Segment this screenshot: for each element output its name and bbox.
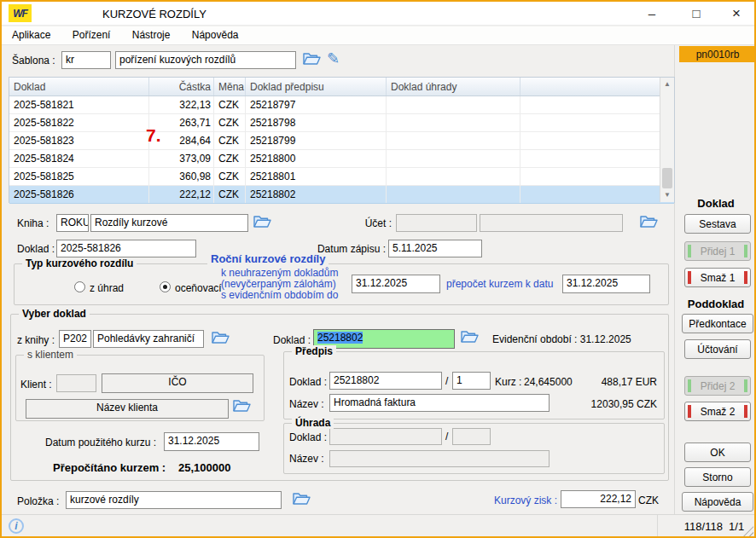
col-castka[interactable]: Částka [149, 78, 214, 95]
ico-button[interactable]: IČO [102, 373, 253, 393]
scrollbar-thumb[interactable] [662, 168, 672, 188]
predkontace-button[interactable]: Předkontace [682, 314, 753, 333]
datum-kurzu-field[interactable]: 31.12.2025 [164, 432, 259, 451]
rocni-line2: (nevyčerpaným zálohám) [221, 278, 336, 290]
pridej1-button[interactable]: Přidej 1 [684, 241, 751, 261]
pridej2-button[interactable]: Přidej 2 [684, 376, 751, 396]
template-code-field[interactable]: kr [61, 51, 111, 69]
prepocitano-value: 25,100000 [178, 461, 230, 474]
table-row[interactable]: 2025-581821322,13CZK25218797 [9, 96, 674, 114]
kniha-label: Kniha : [17, 217, 49, 229]
predpis-slash: / [445, 375, 448, 387]
menu-napoveda[interactable]: Nápověda [183, 26, 247, 43]
minimize-icon[interactable]: – [637, 3, 667, 23]
table-scrollbar[interactable]: ▲ ▼ [660, 78, 674, 202]
open-folder-icon[interactable] [253, 215, 271, 229]
open-folder-icon[interactable] [212, 331, 230, 344]
predpis-doklad-field[interactable]: 25218802 [329, 372, 442, 390]
rocni-date2-field[interactable]: 31.12.2025 [562, 275, 650, 293]
record-count: 118/118 1/1 [674, 520, 754, 533]
vyber-doklad-label: Doklad : [273, 334, 311, 346]
template-name-field[interactable]: pořízení kuzových rozdílů [115, 51, 296, 69]
polozka-label: Položka : [17, 495, 59, 507]
kniha-code-field[interactable]: ROKU [56, 214, 89, 232]
kniha-name-field[interactable]: Rozdíly kurzové [90, 214, 248, 232]
sestava-button[interactable]: Sestava [684, 214, 751, 234]
scroll-up-icon[interactable]: ▲ [660, 78, 674, 91]
doklad-label: Doklad : [17, 243, 55, 255]
klient-group-label: s klientem [24, 349, 77, 361]
kurzovy-zisk-mena: CZK [638, 495, 659, 506]
table-row-selected[interactable]: 2025-581826222,12CZK25218802 [9, 186, 674, 204]
edit-pencil-icon[interactable]: ✎ [327, 51, 340, 67]
napoveda-button[interactable]: Nápověda [682, 492, 753, 512]
predpis-czk-value: 12030,95 CZK [580, 398, 657, 410]
col-mena[interactable]: Měna [214, 78, 246, 95]
datum-zapisu-field[interactable]: 5.11.2025 [388, 240, 482, 257]
uhrada-poradi-field[interactable] [452, 428, 491, 445]
scroll-down-icon[interactable]: ▼ [660, 188, 674, 202]
doklad-field[interactable]: 2025-581826 [56, 240, 196, 257]
close-icon[interactable]: × [721, 3, 752, 23]
z-knihy-code-field[interactable]: P202 [59, 330, 91, 348]
menu-nastroje[interactable]: Nástroje [124, 26, 179, 43]
datum-kurzu-label: Datum použitého kurzu : [45, 437, 156, 448]
z-knihy-label: z knihy : [17, 334, 55, 346]
ucet-name-field[interactable] [480, 214, 623, 232]
table-row[interactable]: 2025-581825360,98CZK25218801 [9, 168, 674, 186]
window-title: KURZOVÉ ROZDÍLY [102, 8, 206, 20]
polozka-field[interactable]: kurzové rozdíly [66, 491, 282, 509]
predpis-eur-value: 488,17 EUR [589, 376, 657, 388]
predpis-group-label: Předpis [292, 345, 336, 357]
open-folder-icon[interactable] [233, 399, 251, 413]
kurzovy-zisk-field: 222,12 [561, 490, 636, 508]
form-id-badge: pn0010rb [679, 46, 756, 62]
col-doklad[interactable]: Doklad [9, 78, 149, 95]
uhrada-doklad-field[interactable] [329, 428, 442, 445]
rocni-title: Roční kurzové rozdíly [207, 252, 329, 265]
menu-aplikace[interactable]: Aplikace [3, 26, 59, 43]
radio-ocenovaci-label: oceňovací [175, 282, 222, 294]
ucet-code-field[interactable] [396, 214, 477, 232]
open-folder-icon[interactable] [640, 215, 658, 229]
predpis-nazev-field[interactable]: Hromadná faktura [329, 394, 550, 412]
uhrada-nazev-field[interactable] [329, 450, 550, 467]
smaz2-button[interactable]: Smaž 2 [684, 402, 751, 421]
storno-button[interactable]: Storno [684, 467, 751, 487]
nazev-klienta-button[interactable]: Název klienta [26, 399, 229, 419]
app-window: WF KURZOVÉ ROZDÍLY – □ × Aplikace Poříze… [0, 0, 756, 538]
rocni-line1: k neuhrazeným dokladům [221, 267, 338, 279]
vyber-doklad-group-label: Vyber doklad [19, 308, 90, 320]
uhrada-slash: / [445, 431, 448, 443]
radio-ocenovaci[interactable] [160, 281, 171, 292]
prepocitano-label: Přepočítáno kurzem : [53, 461, 166, 474]
template-label: Šablona : [12, 55, 55, 67]
z-knihy-name-field[interactable]: Pohledávky zahraničí [93, 330, 204, 348]
info-icon[interactable]: i [9, 518, 24, 534]
rocni-date1-field[interactable]: 31.12.2025 [352, 275, 440, 293]
rocni-line3: s evidenčním obdobím do [221, 289, 338, 301]
predpis-poradi-field[interactable]: 1 [452, 372, 491, 390]
table-row[interactable]: 2025-581823284,64CZK25218799 [9, 132, 674, 150]
table-row[interactable]: 2025-581824373,09CZK25218800 [9, 150, 674, 168]
open-folder-icon[interactable] [303, 52, 321, 66]
typ-group-label: Typ kurzového rozdílu [22, 257, 137, 269]
col-predpis[interactable]: Doklad předpisu [246, 78, 387, 95]
smaz1-button[interactable]: Smaž 1 [684, 268, 751, 287]
klient-code-field[interactable] [56, 374, 96, 392]
menu-porizeni[interactable]: Pořízení [64, 26, 119, 43]
step-annotation: 7. [146, 125, 161, 146]
maximize-icon[interactable]: □ [681, 3, 712, 23]
open-folder-icon[interactable] [293, 492, 311, 506]
documents-table: Doklad Částka Měna Doklad předpisu Dokla… [9, 77, 675, 203]
ok-button[interactable]: OK [684, 443, 751, 462]
open-folder-icon[interactable] [461, 330, 479, 344]
radio-z-uhrad[interactable] [74, 281, 85, 292]
radio-z-uhrad-label: z úhrad [90, 282, 124, 294]
sidebar-doklad-heading: Doklad [676, 197, 756, 210]
uctovani-button[interactable]: Účtování [684, 339, 751, 359]
table-row[interactable]: 2025-581822263,71CZK25218798 [9, 114, 674, 132]
selected-text: 25218802 [317, 332, 363, 344]
col-uhrady[interactable]: Doklad úhrady [387, 78, 520, 95]
title-bar: WF KURZOVÉ ROZDÍLY – □ × [2, 2, 754, 26]
